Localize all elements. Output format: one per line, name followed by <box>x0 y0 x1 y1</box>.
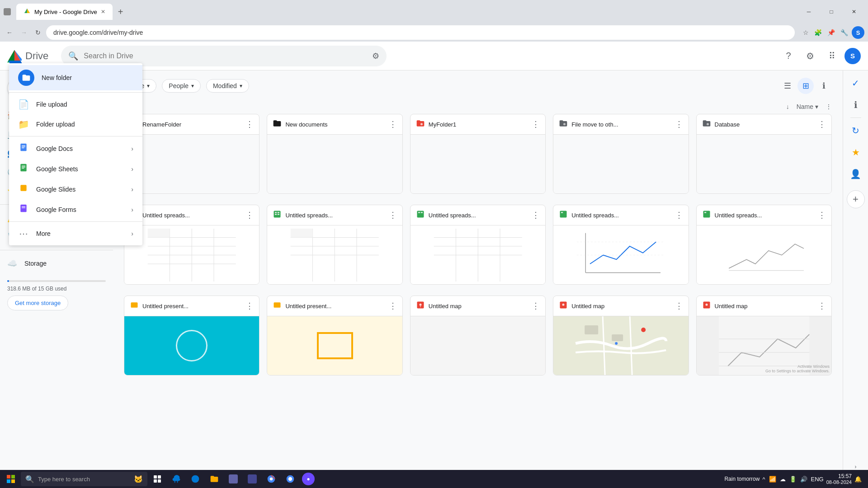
svg-rect-76 <box>7 475 10 479</box>
taskbar-network-icon[interactable]: 📶 <box>768 475 777 483</box>
apps-button[interactable]: ⠿ <box>823 47 841 65</box>
filter-people-button[interactable]: People ▾ <box>162 79 201 93</box>
map-3-more-button[interactable]: ⋮ <box>818 301 826 311</box>
svg-rect-66 <box>22 146 25 147</box>
menu-item-folder-upload[interactable]: 📁 Folder upload <box>9 114 142 134</box>
right-panel-info-button[interactable]: ℹ <box>847 96 865 114</box>
user-avatar[interactable]: S <box>844 48 861 64</box>
taskbar-clock[interactable]: 15:57 08-08-2024 <box>826 473 852 485</box>
sheet-card-1[interactable]: Untitled spreads... ⋮ <box>124 205 259 285</box>
taskbar-icon-teams[interactable] <box>243 470 261 488</box>
taskbar-icon-file-explorer[interactable] <box>205 470 223 488</box>
sort-name-button[interactable]: Name ▾ <box>797 103 818 110</box>
right-panel-star-button[interactable]: ★ <box>847 143 865 161</box>
taskbar-volume-icon[interactable]: 🔊 <box>799 475 808 483</box>
menu-item-file-upload[interactable]: 📄 File upload <box>9 94 142 114</box>
taskbar-icon-edge[interactable] <box>167 470 185 488</box>
forward-button[interactable]: → <box>18 26 30 39</box>
new-tab-button[interactable]: + <box>114 5 127 19</box>
folder-card-filemove[interactable]: File move to oth... ⋮ <box>553 114 689 194</box>
sheet-card-5[interactable]: Untitled spreads... ⋮ <box>696 205 832 285</box>
folder-card-database[interactable]: Database ⋮ <box>696 114 832 194</box>
taskbar-icon-chrome[interactable] <box>262 470 280 488</box>
close-button[interactable]: ✕ <box>844 5 864 19</box>
taskbar-show-hidden-icon[interactable]: ^ <box>761 475 766 483</box>
taskbar-icon-app1[interactable] <box>224 470 242 488</box>
right-panel-check-button[interactable]: ✓ <box>847 74 865 92</box>
folder-card-new-docs[interactable]: New documents ⋮ <box>267 114 402 194</box>
svg-rect-64 <box>20 144 26 151</box>
folder-card-rename[interactable]: RenameFolder ⋮ <box>124 114 259 194</box>
menu-item-google-slides[interactable]: Google Slides › <box>9 179 142 199</box>
presentation-card-2[interactable]: Untitled present... ⋮ <box>267 296 402 375</box>
bookmark-icon[interactable]: ☆ <box>801 27 811 38</box>
reload-button[interactable]: ↻ <box>33 26 43 39</box>
map-card-3[interactable]: Untitled map ⋮ Activate Windows Go to S <box>696 296 832 375</box>
map-2-more-button[interactable]: ⋮ <box>675 301 683 311</box>
get-more-storage-button[interactable]: Get more storage <box>7 296 68 310</box>
map-card-2[interactable]: Untitled map ⋮ <box>553 296 689 375</box>
info-button[interactable]: ℹ <box>816 78 832 94</box>
map-card-1[interactable]: Untitled map ⋮ <box>410 296 546 375</box>
help-button[interactable]: ? <box>779 47 797 65</box>
presentation-1-more-button[interactable]: ⋮ <box>245 301 254 311</box>
menu-item-google-docs[interactable]: Google Docs › <box>9 138 142 159</box>
folder-card-myfolder1[interactable]: MyFolder1 ⋮ <box>410 114 546 194</box>
grid-view-button[interactable]: ⊞ <box>797 78 814 94</box>
address-bar-input[interactable] <box>46 25 795 40</box>
back-button[interactable]: ← <box>4 26 15 39</box>
taskbar-battery-icon[interactable]: 🔋 <box>788 475 797 483</box>
sheet-3-more-button[interactable]: ⋮ <box>532 210 540 220</box>
sort-more-options[interactable]: ⋮ <box>826 103 832 110</box>
active-tab[interactable]: My Drive - Google Drive ✕ <box>16 4 113 20</box>
folder-docs-more-button[interactable]: ⋮ <box>389 119 397 129</box>
sheet-card-2[interactable]: Untitled spreads... ⋮ <box>267 205 402 285</box>
sheet-4-more-button[interactable]: ⋮ <box>675 210 683 220</box>
browser-profile-avatar[interactable]: S <box>852 26 864 39</box>
taskbar-cloud-icon[interactable]: ☁ <box>779 475 787 483</box>
folder-database-more-button[interactable]: ⋮ <box>818 119 826 129</box>
menu-item-google-sheets[interactable]: Google Sheets › <box>9 159 142 179</box>
minimize-button[interactable]: ─ <box>798 5 819 19</box>
search-input[interactable] <box>84 52 367 60</box>
maximize-button[interactable]: □ <box>821 5 842 19</box>
start-button[interactable] <box>2 470 20 488</box>
sheet-card-4[interactable]: Untitled spreads... ⋮ <box>553 205 689 285</box>
right-panel-refresh-button[interactable]: ↻ <box>847 122 865 140</box>
presentation-card-1[interactable]: Untitled present... ⋮ <box>124 296 259 375</box>
folder-myfolder1-more-button[interactable]: ⋮ <box>532 119 540 129</box>
sheet-2-more-button[interactable]: ⋮ <box>389 210 397 220</box>
right-panel-person-button[interactable]: 👤 <box>847 165 865 183</box>
search-filter-icon[interactable]: ⚙ <box>372 51 379 61</box>
sheet-card-3[interactable]: Untitled spreads... ⋮ <box>410 205 546 285</box>
taskbar-search-box[interactable]: 🔍 Type here to search 🐱 <box>21 472 147 486</box>
folder-rename-more-button[interactable]: ⋮ <box>245 119 254 129</box>
taskbar-system-icons: ^ 📶 ☁ 🔋 🔊 <box>761 475 808 483</box>
svg-point-90 <box>288 477 292 481</box>
taskbar-purple-circle[interactable]: ● <box>302 473 315 485</box>
right-panel-add-button[interactable]: + <box>847 190 865 208</box>
presentation-2-more-button[interactable]: ⋮ <box>389 301 397 311</box>
extension-icon-3[interactable]: 🔧 <box>839 27 850 38</box>
right-panel-expand-arrow[interactable]: › <box>855 464 857 470</box>
menu-item-google-forms[interactable]: Google Forms › <box>9 199 142 220</box>
filter-modified-button[interactable]: Modified ▾ <box>206 79 249 93</box>
menu-item-more[interactable]: ⋯ More › <box>9 224 142 244</box>
list-view-button[interactable]: ☰ <box>779 78 796 94</box>
map-1-more-button[interactable]: ⋮ <box>532 301 540 311</box>
taskbar-icon-windows[interactable] <box>186 470 204 488</box>
taskbar-icon-chrome-2[interactable] <box>281 470 299 488</box>
sidebar-item-storage[interactable]: ☁️ Storage <box>0 254 113 273</box>
taskbar-notification-icon[interactable]: 🔔 <box>854 475 863 483</box>
settings-button[interactable]: ⚙ <box>801 47 819 65</box>
folder-filemove-more-button[interactable]: ⋮ <box>675 119 683 129</box>
taskbar-icon-task-view[interactable] <box>148 470 166 488</box>
extension-icon-1[interactable]: 🧩 <box>812 27 824 38</box>
menu-item-new-folder[interactable]: New folder <box>9 65 142 90</box>
sheet-4-name: Untitled spreads... <box>571 212 671 219</box>
svg-rect-82 <box>154 479 157 483</box>
sheet-1-more-button[interactable]: ⋮ <box>245 210 254 220</box>
extension-icon-2[interactable]: 📌 <box>826 27 837 38</box>
tab-close-button[interactable]: ✕ <box>101 9 105 15</box>
sheet-5-more-button[interactable]: ⋮ <box>818 210 826 220</box>
